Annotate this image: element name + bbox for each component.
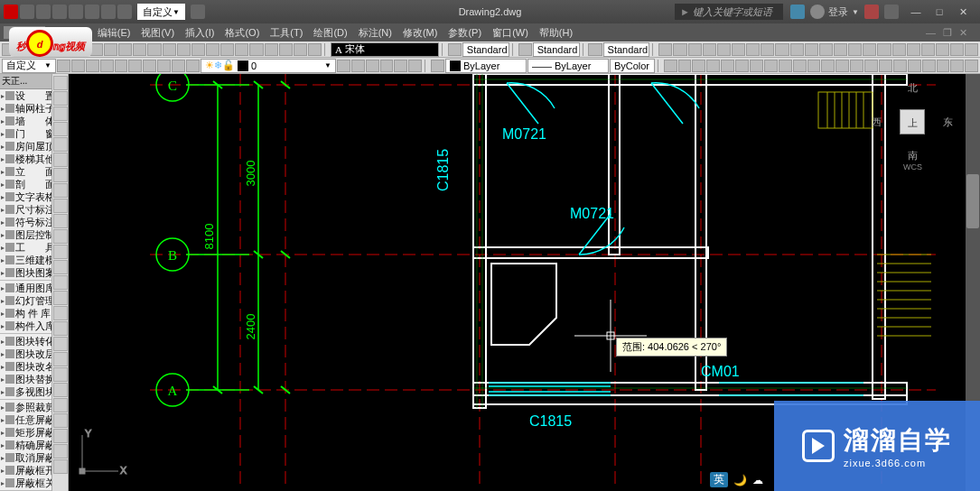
misc-tool-icon[interactable] (850, 60, 863, 72)
misc-tool-icon[interactable] (721, 60, 734, 72)
toolbar-icon[interactable] (877, 43, 891, 56)
toolbar-icon[interactable] (746, 43, 760, 56)
menu-dimension[interactable]: 标注(N) (353, 26, 397, 40)
draw-tool-button[interactable] (53, 107, 68, 121)
mleaderstyle-combo[interactable]: Standard (603, 42, 650, 57)
draw-tool-button[interactable] (53, 337, 68, 351)
undo-icon[interactable] (101, 5, 116, 19)
misc-tool-icon[interactable] (793, 60, 807, 72)
toolbar-icon[interactable] (658, 43, 672, 56)
linetype-combo[interactable]: —— ByLayer (527, 59, 609, 73)
exchange-icon[interactable] (864, 5, 879, 19)
font-combo[interactable]: A 宋体 (331, 42, 439, 57)
sidebar-item[interactable]: ▸图层控制 (0, 228, 51, 241)
menu-edit[interactable]: 编辑(E) (92, 26, 136, 40)
toolbar-icon[interactable] (279, 43, 293, 56)
misc-tool-icon[interactable] (965, 60, 978, 72)
toolbar-icon[interactable] (249, 43, 263, 56)
draw-tool-button[interactable] (53, 429, 68, 443)
draw-tool-button[interactable] (53, 321, 68, 336)
toolbar-icon[interactable] (177, 43, 191, 56)
dimstyle-icon[interactable] (448, 43, 462, 56)
sidebar-item[interactable]: ▸尺寸标注 (0, 203, 51, 216)
draw-tool-button[interactable] (53, 199, 68, 213)
draw-tool-button[interactable] (53, 260, 68, 274)
sidebar-item[interactable]: ▸屏蔽框开 (0, 464, 51, 477)
toolbar-icon[interactable] (761, 43, 774, 56)
toolbar-icon[interactable] (118, 43, 132, 56)
layer-combo[interactable]: ☀❄🔓 0 ▼ (201, 59, 336, 73)
layer-tool-icon[interactable] (408, 60, 422, 72)
sidebar-item[interactable]: ▸图块图案 (0, 266, 51, 279)
toolbar-icon[interactable] (936, 43, 949, 56)
sidebar-item[interactable]: ▸立 面 (0, 165, 51, 178)
layer-tool-icon[interactable] (157, 60, 171, 72)
misc-tool-icon[interactable] (950, 60, 964, 72)
misc-tool-icon[interactable] (779, 60, 792, 72)
redo-icon[interactable] (117, 5, 132, 19)
toolbar-icon[interactable] (104, 43, 117, 56)
toolbar-icon[interactable] (805, 43, 818, 56)
sidebar-item[interactable]: ▸墙 体 (0, 115, 51, 127)
toolbar-icon[interactable] (191, 43, 205, 56)
sidebar-item[interactable]: ▸图块改名 (0, 360, 51, 373)
sidebar-item[interactable]: ▸构 件 库 (0, 307, 51, 320)
misc-tool-icon[interactable] (879, 60, 892, 72)
menu-draw[interactable]: 绘图(D) (308, 26, 352, 40)
misc-tool-icon[interactable] (706, 60, 720, 72)
menu-help[interactable]: 帮助(H) (534, 26, 578, 40)
misc-tool-icon[interactable] (764, 60, 778, 72)
misc-tool-icon[interactable] (835, 60, 849, 72)
draw-tool-button[interactable] (53, 183, 68, 198)
workspace-selector[interactable]: 自定义 ▼ (137, 4, 185, 20)
sidebar-item[interactable]: ▸房间屋顶 (0, 140, 51, 153)
draw-tool-button[interactable] (53, 137, 68, 152)
draw-tool-button[interactable] (53, 245, 68, 259)
sidebar-item[interactable]: ▸工 具 (0, 241, 51, 254)
misc-tool-icon[interactable] (922, 60, 936, 72)
sidebar-item[interactable]: ▸任意屏蔽 (0, 413, 51, 426)
toolbar-icon[interactable] (147, 43, 161, 56)
wcs-label[interactable]: WCS (903, 162, 922, 171)
close-button[interactable]: ✕ (955, 6, 971, 18)
toolbar-icon[interactable] (950, 43, 964, 56)
tablestyle-icon[interactable] (518, 43, 532, 56)
layer-tool-icon[interactable] (366, 60, 379, 72)
sidebar-item[interactable]: ▸文字表格 (0, 190, 51, 203)
status-ime[interactable]: 英 🌙☁ (710, 472, 763, 487)
dimstyle-combo[interactable]: Standard (462, 42, 509, 57)
sidebar-item[interactable]: ▸设 置 (0, 89, 51, 102)
draw-tool-button[interactable] (53, 413, 68, 428)
toolbar-icon[interactable] (220, 43, 234, 56)
draw-tool-button[interactable] (53, 291, 68, 305)
sidebar-item[interactable]: ▸取消屏蔽 (0, 451, 51, 464)
toolbar-icon[interactable] (206, 43, 219, 56)
draw-tool-button[interactable] (53, 76, 68, 90)
infocenter-icon[interactable] (790, 5, 805, 19)
draw-tool-button[interactable] (53, 91, 68, 106)
misc-tool-icon[interactable] (908, 60, 921, 72)
sidebar-item[interactable]: ▸符号标注 (0, 216, 51, 228)
app-logo-icon[interactable] (4, 5, 18, 19)
doc-restore-button[interactable]: ❐ (943, 27, 952, 39)
misc-tool-icon[interactable] (664, 60, 677, 72)
draw-tool-button[interactable] (53, 275, 68, 290)
draw-tool-button[interactable] (53, 383, 68, 397)
menu-modify[interactable]: 修改(M) (397, 26, 443, 40)
sidebar-item[interactable]: ▸剖 面 (0, 178, 51, 190)
toolbar-icon[interactable] (965, 43, 978, 56)
toolbar-icon[interactable] (133, 43, 146, 56)
toolbar-icon[interactable] (775, 43, 789, 56)
toolbar-icon[interactable] (688, 43, 702, 56)
draw-tool-button[interactable] (53, 459, 68, 474)
draw-tool-button[interactable] (53, 153, 68, 167)
misc-tool-icon[interactable] (750, 60, 763, 72)
scrollbar-thumb[interactable] (966, 174, 979, 228)
menu-window[interactable]: 窗口(W) (487, 26, 534, 40)
misc-tool-icon[interactable] (821, 60, 835, 72)
draw-tool-button[interactable] (53, 122, 68, 136)
misc-tool-icon[interactable] (807, 60, 821, 72)
viewcube[interactable]: 北 南 西 东 上 WCS (872, 81, 953, 162)
toolbar-icon[interactable] (294, 43, 307, 56)
sidebar-item[interactable]: ▸轴网柱子 (0, 102, 51, 115)
